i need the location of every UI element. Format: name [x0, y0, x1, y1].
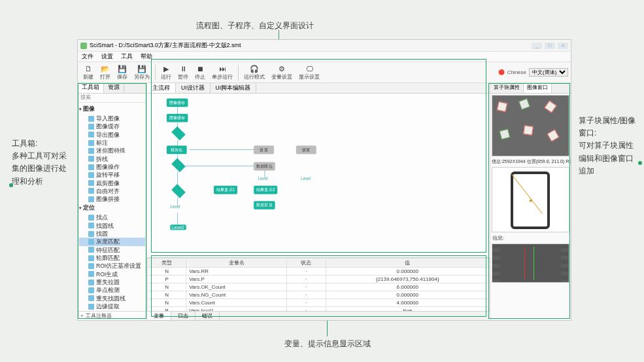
run-button[interactable]: ▶运行 [158, 63, 174, 81]
toolbox-footer[interactable]: 工具注释器 [78, 311, 146, 320]
menu-file[interactable]: 文件 [82, 52, 93, 61]
tree-item[interactable]: 特征匹配 [79, 246, 145, 254]
flow-node[interactable]: 图像缓存 [167, 99, 188, 107]
new-button-label: 新建 [83, 73, 93, 81]
tree-item[interactable]: 重失找圆线 [79, 295, 145, 302]
callout-right-body: 可对算子块属性编辑和图像窗口追加 [579, 141, 634, 175]
tree-item[interactable]: 图像拼接 [79, 195, 145, 203]
tree-item-label: 找点 [96, 213, 108, 221]
tab-image-window[interactable]: 图像窗口 [524, 83, 552, 93]
tree-item[interactable]: 找点 [79, 213, 145, 221]
tree-item[interactable]: 边缘提取 [79, 302, 145, 310]
varset-button[interactable]: ⚙变量设置 [269, 63, 295, 81]
save-button[interactable]: 💾保存 [114, 63, 130, 81]
tree-item[interactable]: 轮廓匹配 [79, 254, 145, 262]
menu-tools[interactable]: 工具 [121, 52, 133, 61]
tree-item[interactable]: 灰度匹配 [79, 238, 145, 245]
close-button[interactable]: × [558, 43, 568, 49]
flow-node[interactable]: 结果显示1 [214, 186, 237, 194]
marker-icon: ✦ [528, 198, 534, 204]
flow-node[interactable]: 数据限位 [254, 162, 275, 171]
tree-item[interactable]: 迷你图特殊 [79, 147, 145, 154]
flow-node[interactable]: 模块化 [167, 146, 187, 154]
table-row[interactable]: PVars.P·{2139.646973,750.411804} [148, 276, 490, 283]
tab-log[interactable]: 日志 [171, 312, 195, 320]
saveas-button[interactable]: 💾另存为 [131, 63, 152, 81]
column-header[interactable]: 变量名 [186, 259, 287, 268]
tree-item[interactable]: 导入图像 [79, 115, 145, 122]
stop-button[interactable]: ⏹停止 [192, 63, 208, 81]
tree-item[interactable]: 找圆 [79, 230, 145, 238]
flow-decision[interactable] [171, 126, 186, 141]
tab-main-flow[interactable]: 主流程 [147, 83, 176, 93]
runmode-button[interactable]: 🎧运行模式 [241, 63, 267, 81]
image-view-1[interactable] [492, 95, 569, 156]
flow-decision[interactable] [171, 158, 186, 172]
tool-icon [88, 280, 94, 285]
tree-item[interactable]: 导出图像 [79, 131, 145, 139]
flow-node[interactable]: 设置 [296, 146, 316, 154]
flow-node[interactable]: 结果显示2 [254, 186, 277, 194]
table-row[interactable]: NVars.NG_Count·0.000000 [148, 291, 490, 299]
tab-errors[interactable]: 错误 [195, 312, 220, 320]
tree-item[interactable]: 标注 [79, 139, 145, 147]
table-cell: Vars.NG_Count [186, 291, 287, 299]
dispset-button[interactable]: 🖵显示设置 [296, 63, 322, 81]
flow-node[interactable]: Level2 [170, 225, 186, 230]
tree-item[interactable]: 裁剪图像 [79, 179, 145, 187]
callout-left-body: 多种工具可对采集的图像进行处理和分析 [12, 151, 67, 185]
tree-item[interactable]: 图像缓存 [79, 122, 145, 130]
toolbox-tree[interactable]: 图像导入图像图像缓存导出图像标注迷你图特殊拆线图像操作旋转平移裁剪图像自由对齐图… [78, 103, 146, 311]
tree-category[interactable]: 定位 [79, 204, 145, 212]
column-header[interactable]: 值 [326, 259, 489, 268]
image-view-3[interactable] [492, 244, 569, 283]
step-button[interactable]: ⏭单步运行 [209, 63, 235, 81]
flow-label: Level [170, 205, 180, 209]
tree-item[interactable]: ROI仿正基准设置 [79, 262, 145, 270]
tab-resources[interactable]: 资源 [104, 83, 124, 93]
column-header[interactable]: 状态 [287, 259, 326, 268]
table-row[interactable]: NVars.Count·4.000000 [148, 299, 490, 307]
tree-item[interactable]: 找圆线 [79, 222, 145, 230]
table-row[interactable]: NVars.OK_Count·6.000000 [148, 283, 490, 291]
tree-item[interactable]: ROI生成 [79, 270, 145, 278]
flow-node[interactable]: 设置 [254, 146, 274, 154]
flow-decision[interactable] [171, 184, 186, 198]
language-select[interactable]: 中文(简体) [529, 68, 568, 77]
flow-node[interactable]: 图像缓存 [167, 114, 188, 122]
new-button[interactable]: 🗋新建 [80, 63, 96, 81]
tree-item[interactable]: 自由对齐 [79, 187, 145, 195]
callout-left: 工具箱: 多种工具可对采集的图像进行处理和分析 [12, 137, 74, 188]
window-title: SciSmart - D:/SciSmart3.0方案/主界面流程图-中文版2.… [90, 41, 241, 50]
language-selector[interactable]: 🔴 Chinese 中文(简体) [498, 68, 568, 77]
column-header[interactable]: 类型 [148, 259, 186, 268]
tree-category[interactable]: 图像 [79, 105, 145, 113]
tab-block-props[interactable]: 算子块属性 [490, 83, 524, 93]
tree-item[interactable]: 旋转平移 [79, 171, 145, 179]
tree-item[interactable]: 重失拉圆 [79, 278, 145, 286]
menu-settings[interactable]: 设置 [101, 52, 113, 61]
tab-ui-script[interactable]: UI脚本编辑器 [211, 83, 257, 93]
toolbox-search[interactable]: 搜索 [78, 94, 146, 103]
image-view-2[interactable]: ✦ [492, 167, 569, 232]
tab-variables[interactable]: 变量 [147, 312, 171, 320]
tree-item[interactable]: 图像操作 [79, 163, 145, 171]
tree-item[interactable]: 拆线 [79, 155, 145, 163]
callout-bottom-line [327, 321, 328, 336]
pause-button[interactable]: ⏸暂停 [175, 63, 191, 81]
menu-help[interactable]: 帮助 [141, 52, 152, 61]
variable-table[interactable]: 类型变量名状态值 NVars.RR·0.000000PVars.P·{2139.… [147, 258, 490, 311]
run-button-icon: ▶ [161, 64, 171, 73]
titlebar: SciSmart - D:/SciSmart3.0方案/主界面流程图-中文版2.… [78, 40, 571, 52]
table-row[interactable]: NVars.RR·0.000000 [148, 268, 490, 276]
tab-toolbox[interactable]: 工具箱 [78, 83, 104, 93]
maximize-button[interactable]: □ [545, 43, 555, 49]
minimize-button[interactable]: _ [532, 43, 542, 49]
tool-icon [88, 223, 94, 228]
tree-item[interactable]: 单点检测 [79, 286, 145, 294]
flowchart-canvas[interactable]: 图像缓存 图像缓存 模块化 设置 设置 数据限位 Level [147, 94, 490, 257]
table-cell: 0.000000 [326, 268, 489, 276]
flow-node[interactable]: 数据发送 [254, 201, 275, 209]
tab-ui-designer[interactable]: UI设计器 [176, 83, 211, 93]
open-button[interactable]: 📂打开 [97, 63, 113, 81]
